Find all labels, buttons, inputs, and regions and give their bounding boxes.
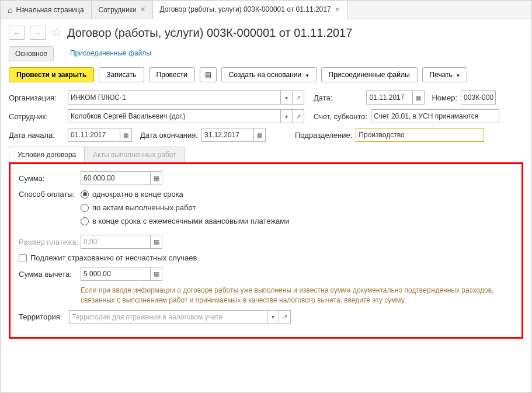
radio-once[interactable]: однократно в конце срока bbox=[81, 190, 290, 199]
insurance-label: Подлежит страхованию от несчастных случа… bbox=[30, 253, 197, 262]
tab-home-label: Начальная страница bbox=[16, 6, 84, 14]
end-date-field[interactable]: 31.12.2017 bbox=[201, 128, 254, 142]
form: Организация: ИНКОМ ПЛЮС-1 ▾ ↗ Дата: 01.1… bbox=[1, 91, 531, 339]
tab-terms[interactable]: Условия договора bbox=[9, 147, 85, 162]
open-icon[interactable]: ↗ bbox=[279, 310, 291, 324]
radio-monthly-label: в конце срока с ежемесячными авансовыми … bbox=[92, 217, 290, 225]
radio-acts-label: по актам выполненных работ bbox=[92, 203, 196, 212]
sum-field[interactable]: 60 000,00 bbox=[81, 171, 151, 185]
home-icon: ⌂ bbox=[8, 5, 12, 15]
payment-size-field: 0,00 bbox=[81, 235, 151, 249]
attached-files-button[interactable]: Присоединенные файлы bbox=[321, 67, 418, 82]
calendar-icon[interactable]: ▦ bbox=[120, 128, 132, 142]
pay-method-group: однократно в конце срока по актам выполн… bbox=[81, 190, 290, 230]
print-label: Печать bbox=[430, 71, 453, 79]
account-label: Счет, субконто: bbox=[314, 112, 367, 121]
favorite-icon[interactable]: ☆ bbox=[51, 25, 62, 40]
insurance-checkbox[interactable] bbox=[19, 254, 27, 262]
pay-method-label: Способ оплаты: bbox=[19, 190, 77, 199]
end-date-label: Дата окончания: bbox=[140, 131, 198, 140]
calculator-icon[interactable]: ▦ bbox=[151, 171, 162, 185]
subtab-files[interactable]: Присоединенные файлы bbox=[64, 46, 157, 61]
create-based-button[interactable]: Создать на основании ▾ bbox=[221, 67, 317, 82]
chevron-down-icon: ▾ bbox=[306, 72, 309, 78]
toolbar: Провести и закрыть Записать Провести ▤ С… bbox=[1, 67, 531, 91]
radio-monthly[interactable]: в конце срока с ежемесячными авансовыми … bbox=[81, 217, 290, 225]
app-window: ⌂ Начальная страница Сотрудники ✕ Догово… bbox=[0, 0, 532, 393]
highlighted-panel: Сумма: 60 000,00 ▦ Способ оплаты: однокр… bbox=[9, 162, 523, 339]
create-based-label: Создать на основании bbox=[229, 71, 302, 79]
deduction-hint: Если при вводе информации о договоре раб… bbox=[81, 286, 507, 305]
date-label: Дата: bbox=[314, 93, 332, 102]
department-label: Подразделение: bbox=[295, 131, 352, 140]
org-field[interactable]: ИНКОМ ПЛЮС-1 bbox=[68, 91, 281, 105]
page-title: Договор (работы, услуги) 003К-000001 от … bbox=[67, 26, 352, 40]
territory-label: Территория: bbox=[19, 312, 65, 321]
post-button[interactable]: Провести bbox=[149, 67, 195, 82]
sum-label: Сумма: bbox=[19, 174, 77, 183]
nav-forward-button[interactable]: → bbox=[30, 26, 46, 40]
open-icon[interactable]: ↗ bbox=[293, 109, 304, 123]
tab-contract[interactable]: Договор (работы, услуги) 003К-000001 от … bbox=[153, 1, 347, 19]
sub-tabs: Основное Присоединенные файлы bbox=[1, 46, 531, 67]
number-label: Номер: bbox=[432, 93, 457, 102]
radio-icon bbox=[81, 217, 89, 225]
print-button[interactable]: Печать ▾ bbox=[422, 67, 468, 82]
org-label: Организация: bbox=[9, 93, 64, 102]
nav-back-button[interactable]: ← bbox=[9, 26, 25, 40]
employee-field[interactable]: Колобков Сергей Васильевич (дог.) bbox=[68, 109, 281, 123]
dropdown-icon[interactable]: ▾ bbox=[267, 310, 279, 324]
tab-contract-label: Договор (работы, услуги) 003К-000001 от … bbox=[160, 5, 331, 13]
dropdown-icon[interactable]: ▾ bbox=[281, 109, 293, 123]
window-tabs: ⌂ Начальная страница Сотрудники ✕ Догово… bbox=[1, 1, 531, 19]
calendar-icon[interactable]: ▦ bbox=[254, 128, 266, 142]
inner-tabs: Условия договора Акты выполненных работ bbox=[9, 147, 523, 163]
report-icon-button[interactable]: ▤ bbox=[200, 67, 217, 82]
tab-employees-label: Сотрудники bbox=[99, 6, 137, 14]
start-date-field[interactable]: 01.11.2017 bbox=[68, 128, 120, 142]
territory-field[interactable]: Территория для отражения в налоговом уче… bbox=[69, 310, 267, 324]
tab-employees[interactable]: Сотрудники ✕ bbox=[92, 1, 153, 19]
date-field[interactable]: 01.11.2017 bbox=[366, 91, 413, 105]
subtab-main[interactable]: Основное bbox=[9, 46, 54, 61]
calendar-icon[interactable]: ▦ bbox=[413, 91, 425, 105]
tab-acts[interactable]: Акты выполненных работ bbox=[84, 147, 185, 162]
number-field[interactable]: 003К-000 bbox=[461, 91, 496, 105]
deduction-field[interactable]: 5 000,00 bbox=[81, 267, 151, 281]
chevron-down-icon: ▾ bbox=[457, 72, 460, 78]
radio-icon bbox=[81, 204, 89, 212]
open-icon[interactable]: ↗ bbox=[293, 91, 304, 105]
tab-home[interactable]: ⌂ Начальная страница bbox=[1, 1, 92, 19]
calculator-icon[interactable]: ▦ bbox=[151, 267, 162, 281]
calculator-icon: ▦ bbox=[151, 235, 162, 249]
close-icon[interactable]: ✕ bbox=[140, 6, 145, 13]
radio-once-label: однократно в конце срока bbox=[92, 190, 183, 199]
start-date-label: Дата начала: bbox=[9, 131, 64, 140]
close-icon[interactable]: ✕ bbox=[335, 6, 340, 13]
post-close-button[interactable]: Провести и закрыть bbox=[9, 67, 94, 82]
dropdown-icon[interactable]: ▾ bbox=[281, 91, 293, 105]
header: ← → ☆ Договор (работы, услуги) 003К-0000… bbox=[1, 19, 531, 46]
employee-label: Сотрудник: bbox=[9, 112, 64, 121]
radio-acts[interactable]: по актам выполненных работ bbox=[81, 203, 290, 212]
department-field[interactable]: Производство bbox=[356, 128, 484, 142]
account-field[interactable]: Счет 20.01, в УСН принимаются bbox=[371, 109, 499, 123]
payment-size-label: Размер платежа: bbox=[19, 238, 77, 246]
deduction-label: Сумма вычета: bbox=[19, 270, 77, 279]
save-button[interactable]: Записать bbox=[99, 67, 144, 82]
radio-icon bbox=[81, 190, 89, 199]
